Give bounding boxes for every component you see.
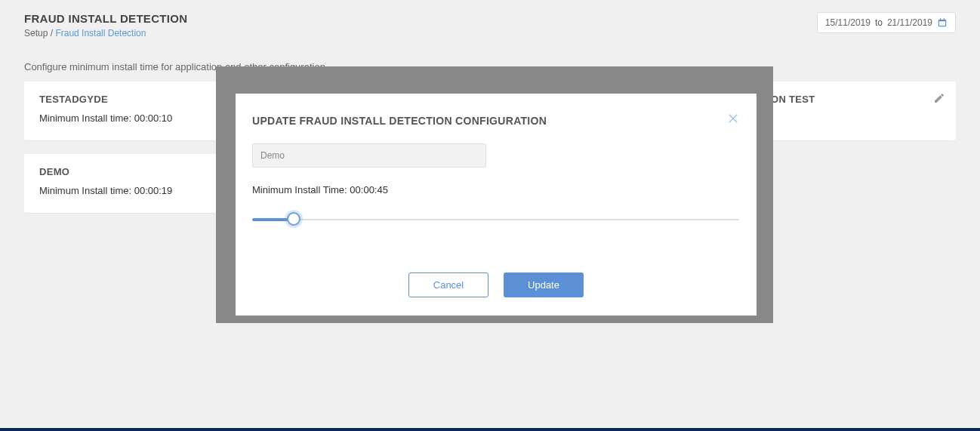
pencil-icon[interactable] bbox=[933, 92, 945, 104]
svg-rect-2 bbox=[940, 18, 941, 20]
slider-thumb[interactable] bbox=[287, 212, 300, 226]
slider-track bbox=[252, 219, 739, 220]
svg-rect-1 bbox=[939, 21, 945, 26]
slider-value: 00:00:45 bbox=[350, 184, 388, 195]
app-card-value: 00:00:10 bbox=[134, 112, 173, 124]
page-title: FRAUD INSTALL DETECTION bbox=[24, 12, 187, 25]
app-card-label: Minimum Install time: bbox=[39, 185, 131, 196]
update-button[interactable]: Update bbox=[504, 272, 584, 297]
modal-title: UPDATE FRAUD INSTALL DETECTION CONFIGURA… bbox=[252, 115, 740, 127]
date-range-to: to bbox=[875, 17, 883, 28]
date-range-picker[interactable]: 15/11/2019 to 21/11/2019 bbox=[817, 12, 956, 33]
date-range-start: 15/11/2019 bbox=[825, 17, 871, 28]
cancel-button[interactable]: Cancel bbox=[408, 272, 488, 297]
install-time-slider[interactable] bbox=[252, 212, 739, 227]
app-card-label: Minimum Install time: bbox=[39, 112, 131, 124]
footer-bar bbox=[0, 428, 980, 431]
app-card-value: 00:00:19 bbox=[134, 185, 173, 196]
breadcrumb-sep: / bbox=[48, 28, 55, 38]
slider-label-prefix: Minimum Install Time: bbox=[252, 184, 347, 195]
breadcrumb: Setup / Fraud Install Detection bbox=[24, 28, 187, 38]
date-range-end: 21/11/2019 bbox=[887, 17, 932, 28]
app-name-input[interactable] bbox=[252, 143, 486, 168]
svg-rect-3 bbox=[944, 18, 945, 20]
update-config-modal: UPDATE FRAUD INSTALL DETECTION CONFIGURA… bbox=[236, 94, 757, 316]
breadcrumb-current[interactable]: Fraud Install Detection bbox=[55, 28, 146, 38]
close-icon[interactable] bbox=[726, 112, 740, 125]
breadcrumb-root: Setup bbox=[24, 28, 48, 38]
slider-label: Minimum Install Time: 00:00:45 bbox=[252, 184, 740, 195]
calendar-icon bbox=[937, 17, 948, 28]
